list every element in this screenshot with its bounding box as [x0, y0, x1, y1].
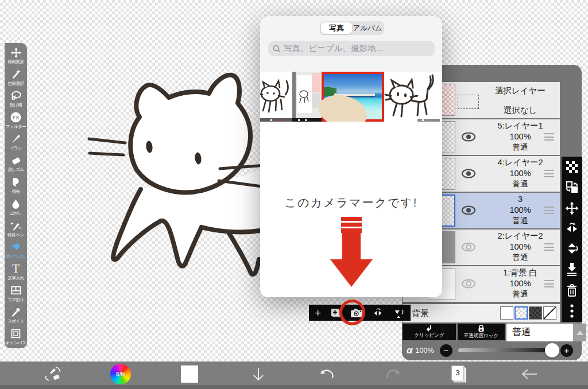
tool-label: 投げ縄	[10, 102, 22, 108]
hide-ui-down-arrow-icon[interactable]	[251, 362, 266, 386]
tool-blur[interactable]: ぼかし	[5, 198, 27, 216]
pen-eraser-swap-icon[interactable]	[44, 362, 61, 386]
tool-label: 特殊ペン	[7, 232, 24, 238]
magic-wand-icon	[10, 68, 22, 80]
layer-move-icon[interactable]	[565, 201, 579, 215]
annotation-red-arrow	[329, 217, 374, 288]
photo-search-input[interactable]: 写真、ピープル、撮影地...	[268, 41, 435, 56]
tool-special-pen[interactable]: 特殊ペン	[5, 220, 27, 238]
alpha-increase-button[interactable]: +	[560, 344, 573, 357]
layer-convert-icon[interactable]	[565, 180, 579, 194]
tool-lasso[interactable]: 投げ縄	[5, 90, 27, 108]
alpha-symbol: α	[407, 345, 413, 356]
annotation-text: このカメラマークです!	[260, 195, 442, 211]
selection-marquee-icon	[458, 95, 479, 109]
background-white-swatch[interactable]	[500, 306, 513, 320]
special-pen-icon	[10, 220, 22, 232]
photo-thumbnail-cat-1[interactable]	[260, 72, 292, 122]
trash-icon[interactable]	[566, 283, 578, 297]
lasso-icon	[10, 90, 22, 102]
tool-label: コマ割り	[7, 297, 24, 303]
tool-label: ブラシ	[10, 146, 22, 151]
layer-actions-toolbar	[562, 157, 582, 322]
blur-drop-icon	[11, 198, 21, 210]
svg-text:FX: FX	[13, 115, 20, 120]
clipping-button[interactable]: クリッピング	[403, 324, 456, 340]
photo-thumbnail-beach-selected[interactable]	[322, 72, 384, 122]
tool-eraser[interactable]: 消しゴム	[5, 154, 27, 173]
tool-auto-select[interactable]: 自動選択	[5, 68, 27, 87]
photo-thumbnail-cat-2[interactable]	[384, 72, 440, 122]
alpha-slider[interactable]	[458, 348, 555, 352]
tool-label: 消しゴム	[7, 167, 24, 173]
layer-name: 5:レイヤー1	[477, 120, 563, 131]
chevron-up-icon	[577, 330, 583, 335]
visibility-toggle-eye-icon[interactable]	[461, 242, 476, 252]
background-transparent-swatch-selected[interactable]	[514, 306, 528, 320]
tool-brush[interactable]: ブラシ	[5, 133, 27, 151]
drag-handle[interactable]	[544, 170, 554, 177]
app-screen: 移動変形 自動選択 投げ縄 FX フィルター ブラシ	[0, 0, 588, 389]
opacity-lock-button[interactable]: α 不透明度ロック	[458, 324, 505, 340]
tool-canvas[interactable]: キャンバス	[5, 328, 27, 346]
tool-filter[interactable]: FX フィルター	[5, 111, 27, 130]
merge-down-icon[interactable]	[566, 262, 578, 276]
background-dark-checker-swatch[interactable]	[529, 306, 542, 320]
layer-name: 1:背景 白	[477, 267, 563, 278]
selection-layer-status: 選択なし	[477, 105, 563, 116]
tool-label: 文字入れ	[7, 275, 24, 281]
blend-mode-value: 普通	[512, 326, 531, 339]
tool-finger[interactable]: 指先	[5, 176, 27, 194]
visibility-toggle-eye-icon[interactable]	[461, 279, 476, 289]
layer-name: 4:レイヤー2	[477, 157, 563, 168]
drag-handle[interactable]	[544, 280, 554, 287]
blend-mode-dropdown[interactable]: 普通	[506, 324, 573, 341]
photo-thumbnail-screenshot[interactable]	[292, 72, 322, 122]
text-tool-icon: T	[12, 263, 20, 275]
tool-panel-divide[interactable]: コマ割り	[5, 285, 27, 303]
layer-blend-mode: 普通	[477, 179, 563, 189]
tab-photos[interactable]: 写真	[321, 22, 352, 34]
picker-content-area: このカメラマークです!	[260, 122, 442, 297]
drag-handle[interactable]	[544, 243, 554, 251]
rotate-reset-button[interactable]	[393, 308, 405, 318]
left-tool-palette: 移動変形 自動選択 投げ縄 FX フィルター ブラシ	[5, 43, 27, 348]
tool-eyedropper[interactable]: スポイト	[5, 306, 27, 324]
blend-mode-expand-button[interactable]	[573, 324, 586, 341]
visibility-toggle-eye-icon[interactable]	[461, 205, 476, 215]
tool-move-transform[interactable]: 移動変形	[5, 46, 27, 65]
drag-handle[interactable]	[544, 133, 554, 141]
color-wheel-icon[interactable]: 5%	[110, 362, 131, 386]
alpha-decrease-button[interactable]: −	[440, 344, 452, 357]
undo-icon[interactable]	[319, 362, 335, 386]
brush-icon	[10, 133, 22, 145]
canvas-icon	[10, 328, 21, 340]
flip-vertical-icon[interactable]	[565, 242, 579, 255]
layer-alpha-row: α 100% − +	[402, 341, 582, 359]
drag-handle[interactable]	[544, 207, 554, 214]
tool-paint-bucket[interactable]: 塗りつぶし	[5, 241, 27, 259]
pages-button[interactable]: 3	[451, 362, 466, 386]
transparency-checker-icon[interactable]	[566, 161, 578, 173]
background-row: 背景	[403, 304, 560, 322]
camera-highlight-circle	[339, 299, 365, 325]
tool-label: フィルター	[6, 124, 26, 130]
background-none-swatch[interactable]	[543, 306, 556, 320]
visibility-toggle-eye-icon[interactable]	[461, 169, 476, 178]
tool-text[interactable]: T 文字入れ	[5, 263, 27, 281]
color-wheel-label: 5%	[116, 371, 125, 378]
current-color-swatch[interactable]	[181, 362, 198, 386]
alpha-slider-knob[interactable]	[545, 343, 559, 357]
pages-count: 3	[451, 365, 464, 380]
back-arrow-icon[interactable]	[521, 362, 538, 386]
eraser-icon	[10, 154, 22, 166]
flip-canvas-button[interactable]	[372, 308, 384, 318]
flip-horizontal-icon[interactable]	[565, 222, 579, 235]
more-options-dots-icon[interactable]	[570, 304, 574, 318]
home-indicator-strip	[0, 385, 588, 389]
tab-albums[interactable]: アルバム	[352, 22, 383, 34]
background-label: 背景	[412, 308, 429, 319]
redo-icon[interactable]	[385, 362, 401, 386]
add-layer-button[interactable]: +	[315, 308, 321, 318]
visibility-toggle-eye-icon[interactable]	[461, 132, 476, 142]
